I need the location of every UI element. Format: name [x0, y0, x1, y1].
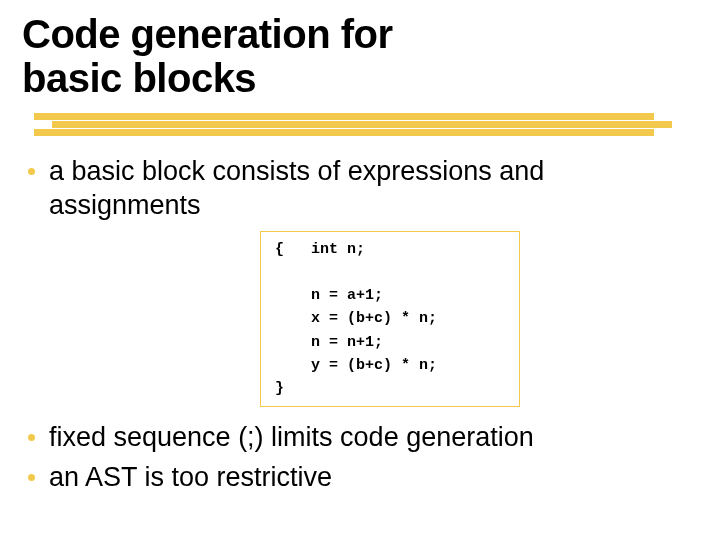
- bullet-item: an AST is too restrictive: [28, 461, 692, 495]
- title-underline: [34, 113, 674, 135]
- bullet-item: fixed sequence (;) limits code generatio…: [28, 421, 692, 455]
- bullet-text: a basic block consists of expressions an…: [49, 155, 692, 223]
- bullet-text: an AST is too restrictive: [49, 461, 332, 495]
- bullet-dot-icon: [28, 168, 35, 175]
- title-line-2: basic blocks: [22, 56, 256, 100]
- bullet-text: fixed sequence (;) limits code generatio…: [49, 421, 534, 455]
- slide-title: Code generation for basic blocks: [0, 0, 720, 100]
- bullet-dot-icon: [28, 474, 35, 481]
- content-area: a basic block consists of expressions an…: [28, 155, 692, 501]
- bullet-item: a basic block consists of expressions an…: [28, 155, 692, 223]
- bullet-dot-icon: [28, 434, 35, 441]
- title-line-1: Code generation for: [22, 12, 393, 56]
- code-block: { int n; n = a+1; x = (b+c) * n; n = n+1…: [260, 231, 520, 408]
